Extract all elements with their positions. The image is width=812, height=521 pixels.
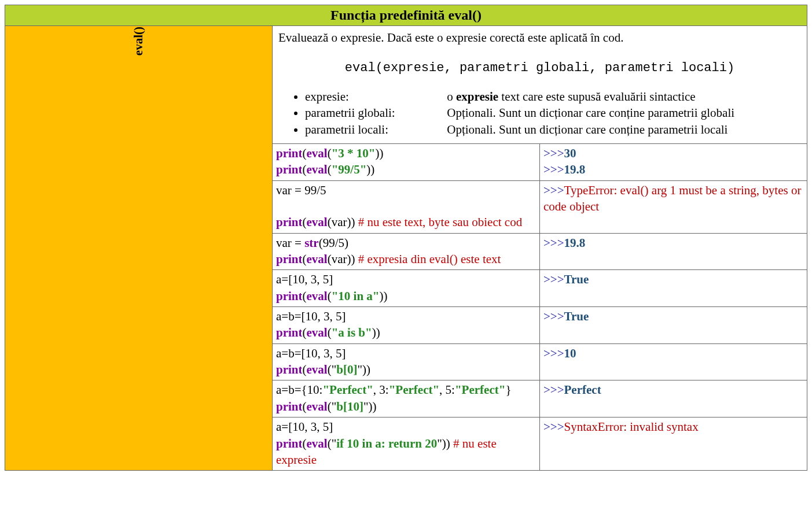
output-line: >>>True	[543, 271, 803, 287]
side-label: eval()	[131, 27, 146, 56]
output-cell: >>>TypeError: eval() arg 1 must be a str…	[540, 180, 807, 233]
eval-reference-table: Funcția predefinită eval() eval() Evalue…	[5, 5, 807, 471]
output-cell: >>>10	[540, 343, 807, 380]
code-line: var = 99/5	[276, 182, 536, 198]
output-cell: >>>True	[540, 307, 807, 344]
param-item: parametrii globali: Opționali. Sunt un d…	[305, 105, 801, 121]
code-cell: a=[10, 3, 5] print(eval("if 10 in a: ret…	[273, 417, 540, 471]
code-line: print(eval("b[10]"))	[276, 398, 536, 415]
output-line: >>>TypeError: eval() arg 1 must be a str…	[543, 182, 803, 215]
output-line: >>>19.8	[543, 235, 803, 251]
output-line: >>>Perfect	[543, 382, 803, 398]
desc-signature: eval(expresie, parametri globali, parame…	[278, 60, 801, 77]
output-cell: >>>Perfect	[540, 380, 807, 417]
output-cell: >>>30 >>>19.8	[540, 144, 807, 181]
description-cell: Evaluează o expresie. Dacă este o expres…	[273, 26, 807, 144]
output-line: >>>30	[543, 145, 803, 161]
code-line: print(eval(var)) # expresia din eval() e…	[276, 251, 536, 267]
output-cell: >>>19.8	[540, 233, 807, 270]
code-line: a=b=[10, 3, 5]	[276, 345, 536, 361]
code-cell: var = str(99/5) print(eval(var)) # expre…	[273, 233, 540, 270]
param-item: parametrii locali: Opționali. Sunt un di…	[305, 121, 801, 138]
param-list: expresie: o expresie text care este supu…	[278, 88, 801, 138]
output-line: >>>SyntaxError: invalid syntax	[543, 419, 803, 435]
code-line: a=[10, 3, 5]	[276, 271, 536, 287]
code-line: print(eval("a is b"))	[276, 324, 536, 341]
param-item: expresie: o expresie text care este supu…	[305, 88, 801, 105]
table-header: Funcția predefinită eval()	[5, 5, 807, 26]
code-line: print(eval("3 * 10"))	[276, 145, 536, 161]
code-line: print(eval("10 in a"))	[276, 288, 536, 304]
code-line: a=[10, 3, 5]	[276, 419, 536, 435]
header-title: Funcția predefinită eval()	[330, 8, 482, 23]
code-line: print(eval("b[0]"))	[276, 361, 536, 378]
code-line: print(eval("if 10 in a: return 20")) # n…	[276, 435, 536, 468]
code-line: print(eval("99/5"))	[276, 161, 536, 178]
code-cell: a=b=[10, 3, 5] print(eval("b[0]"))	[273, 343, 540, 380]
desc-intro: Evaluează o expresie. Dacă este o expres…	[278, 29, 801, 46]
code-line: print(eval(var)) # nu este text, byte sa…	[276, 214, 536, 230]
code-line: a=b={10:"Perfect", 3:"Perfect", 5:"Perfe…	[276, 382, 536, 398]
code-cell: a=b={10:"Perfect", 3:"Perfect", 5:"Perfe…	[273, 380, 540, 417]
code-line: var = str(99/5)	[276, 235, 536, 251]
code-line	[276, 198, 536, 214]
code-cell: a=[10, 3, 5] print(eval("10 in a"))	[273, 270, 540, 307]
output-line: >>>19.8	[543, 161, 803, 178]
side-label-cell: eval()	[5, 26, 273, 471]
code-cell: a=b=[10, 3, 5] print(eval("a is b"))	[273, 307, 540, 344]
output-line: >>>True	[543, 308, 803, 324]
output-cell: >>>True	[540, 270, 807, 307]
code-cell: var = 99/5 print(eval(var)) # nu este te…	[273, 180, 540, 233]
code-cell: print(eval("3 * 10")) print(eval("99/5")…	[273, 144, 540, 181]
output-line: >>>10	[543, 345, 803, 361]
output-cell: >>>SyntaxError: invalid syntax	[540, 417, 807, 471]
code-line: a=b=[10, 3, 5]	[276, 308, 536, 324]
